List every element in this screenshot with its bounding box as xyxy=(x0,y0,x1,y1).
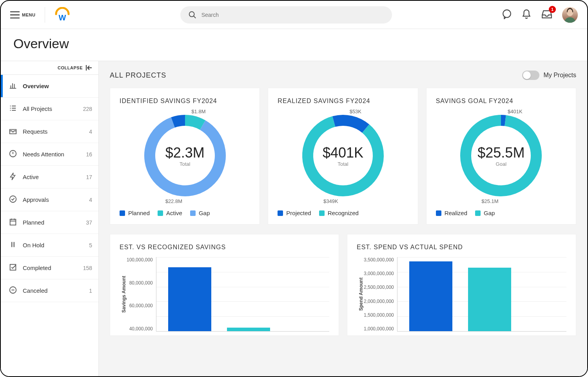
donut-center-sub: Total xyxy=(165,161,205,167)
user-avatar[interactable] xyxy=(562,7,578,23)
sidebar-item-canceled[interactable]: Canceled 1 xyxy=(1,279,98,302)
chart-bar xyxy=(168,267,211,331)
page-title: Overview xyxy=(13,36,575,51)
legend-item: Gap xyxy=(190,210,210,216)
collapse-label: COLLAPSE xyxy=(58,65,83,70)
bar-card: EST. SPEND VS ACTUAL SPEND Spend Amount … xyxy=(347,234,576,336)
chart-bar xyxy=(409,261,452,331)
sidebar-item-on-hold[interactable]: On Hold 5 xyxy=(1,234,98,257)
sidebar-item-count: 16 xyxy=(86,151,92,158)
pause-icon xyxy=(9,240,17,250)
sidebar-item-label: On Hold xyxy=(23,242,44,248)
donut-chart: $25.5M Goal $401K $25.1M xyxy=(436,109,566,203)
donut-card: REALIZED SAVINGS FY2024 $401K Total $53K… xyxy=(268,88,418,225)
legend-swatch xyxy=(158,210,163,216)
y-tick: 3,000,000,000 xyxy=(364,271,394,276)
donut-card-row: IDENTIFIED SAVINGS FY2024 $2.3M Total $1… xyxy=(110,88,576,225)
list-icon xyxy=(9,104,17,114)
search-box[interactable] xyxy=(180,6,392,24)
legend-item: Active xyxy=(158,210,182,216)
y-ticks: 100,000,00080,000,00060,000,00040,000,00… xyxy=(127,257,156,332)
bolt-icon xyxy=(9,172,17,182)
svg-point-5 xyxy=(10,196,16,203)
card-title: REALIZED SAVINGS FY2024 xyxy=(278,98,408,105)
legend: ProjectedRecognized xyxy=(278,210,408,216)
menu-button[interactable]: MENU xyxy=(10,11,35,18)
legend-label: Gap xyxy=(199,210,210,216)
y-tick: 1,000,000,000 xyxy=(364,326,394,332)
donut-top-label: $1.8M xyxy=(191,109,205,114)
inbox-badge: 1 xyxy=(549,6,556,13)
toggle-label: My Projects xyxy=(543,72,576,79)
cancel-icon xyxy=(9,286,17,295)
hamburger-icon xyxy=(10,11,20,18)
search-icon xyxy=(188,11,197,19)
sidebar-item-label: Active xyxy=(23,174,39,180)
divider xyxy=(45,7,45,23)
legend-label: Active xyxy=(166,210,182,216)
legend: RealizedGap xyxy=(436,210,566,216)
card-title: IDENTIFIED SAVINGS FY2024 xyxy=(120,98,250,105)
sidebar-item-requests[interactable]: Requests 4 xyxy=(1,120,98,143)
check-circle-icon xyxy=(9,195,17,205)
sidebar: COLLAPSE Overview All Projects 228 Reque… xyxy=(1,61,99,376)
y-tick: 60,000,000 xyxy=(127,303,153,308)
legend-swatch xyxy=(436,210,441,216)
y-tick: 2,500,000,000 xyxy=(364,285,394,290)
chart-bar xyxy=(227,328,270,331)
legend-label: Projected xyxy=(286,210,311,216)
y-ticks: 3,500,000,0003,000,000,0002,500,000,0002… xyxy=(364,257,397,332)
sidebar-item-active[interactable]: Active 17 xyxy=(1,166,98,188)
topbar: MENU W 1 xyxy=(1,1,587,29)
sidebar-item-count: 17 xyxy=(86,174,92,180)
chart-bar xyxy=(468,268,511,331)
page-title-bar: Overview xyxy=(1,29,587,61)
legend-item: Recognized xyxy=(319,210,359,216)
sidebar-item-approvals[interactable]: Approvals 4 xyxy=(1,188,98,211)
legend-swatch xyxy=(475,210,481,216)
sidebar-item-label: All Projects xyxy=(23,105,52,112)
sidebar-item-label: Approvals xyxy=(23,196,49,203)
sidebar-item-count: 4 xyxy=(89,197,92,203)
y-tick: 80,000,000 xyxy=(127,280,153,286)
collapse-button[interactable]: COLLAPSE xyxy=(1,61,98,75)
tray-icon xyxy=(9,127,17,136)
legend-item: Gap xyxy=(475,210,495,216)
legend-swatch xyxy=(278,210,283,216)
legend-item: Projected xyxy=(278,210,311,216)
sidebar-item-planned[interactable]: Planned 37 xyxy=(1,211,98,234)
card-title: EST. VS RECOGNIZED SAVINGS xyxy=(120,244,329,251)
sidebar-item-all-projects[interactable]: All Projects 228 xyxy=(1,98,98,120)
donut-card: SAVINGS GOAL FY2024 $25.5M Goal $401K $2… xyxy=(426,88,576,225)
plot-area xyxy=(156,257,329,332)
donut-center-value: $401K xyxy=(323,145,363,161)
section-title: ALL PROJECTS xyxy=(110,71,166,80)
sidebar-item-label: Requests xyxy=(23,128,47,135)
sidebar-item-completed[interactable]: Completed 158 xyxy=(1,257,98,279)
legend-label: Gap xyxy=(484,210,495,216)
legend-item: Realized xyxy=(436,210,467,216)
done-icon xyxy=(9,263,17,273)
legend-label: Recognized xyxy=(328,210,359,216)
donut-top-label: $401K xyxy=(508,109,523,114)
donut-card: IDENTIFIED SAVINGS FY2024 $2.3M Total $1… xyxy=(110,88,260,225)
y-tick: 100,000,000 xyxy=(127,257,153,263)
workday-logo[interactable]: W xyxy=(54,7,70,23)
sidebar-item-needs-attention[interactable]: Needs Attention 16 xyxy=(1,143,98,166)
calendar-icon xyxy=(9,218,17,227)
legend-label: Planned xyxy=(128,210,150,216)
donut-bottom-label: $22.8M xyxy=(165,198,182,204)
sidebar-item-overview[interactable]: Overview xyxy=(1,75,98,98)
alert-icon xyxy=(9,149,17,159)
sidebar-item-count: 228 xyxy=(83,106,92,112)
chat-icon[interactable] xyxy=(502,9,512,21)
notifications-icon[interactable] xyxy=(521,9,532,21)
inbox-icon[interactable]: 1 xyxy=(541,9,553,21)
sidebar-item-count: 158 xyxy=(83,265,92,271)
search-input[interactable] xyxy=(201,12,384,18)
y-axis-label: Savings Amount xyxy=(120,257,127,332)
sidebar-item-count: 37 xyxy=(86,219,92,226)
sidebar-item-count: 4 xyxy=(89,129,92,135)
my-projects-toggle[interactable] xyxy=(522,71,539,80)
donut-center-sub: Goal xyxy=(477,161,524,167)
